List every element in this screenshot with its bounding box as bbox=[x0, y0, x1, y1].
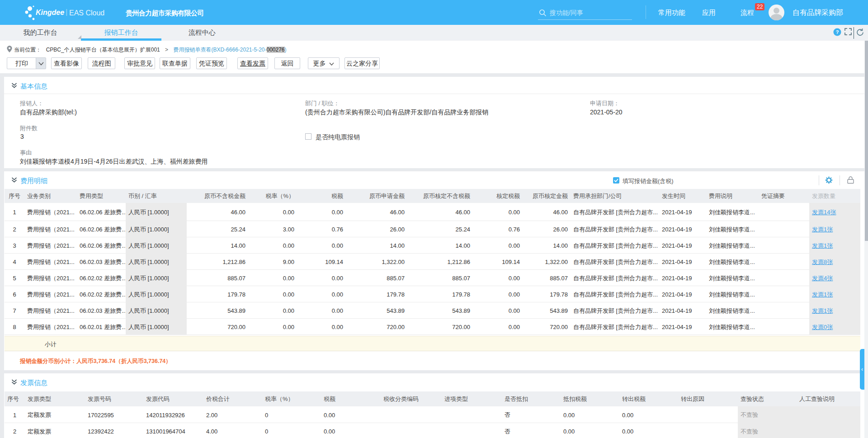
svg-text:?: ? bbox=[836, 29, 839, 35]
